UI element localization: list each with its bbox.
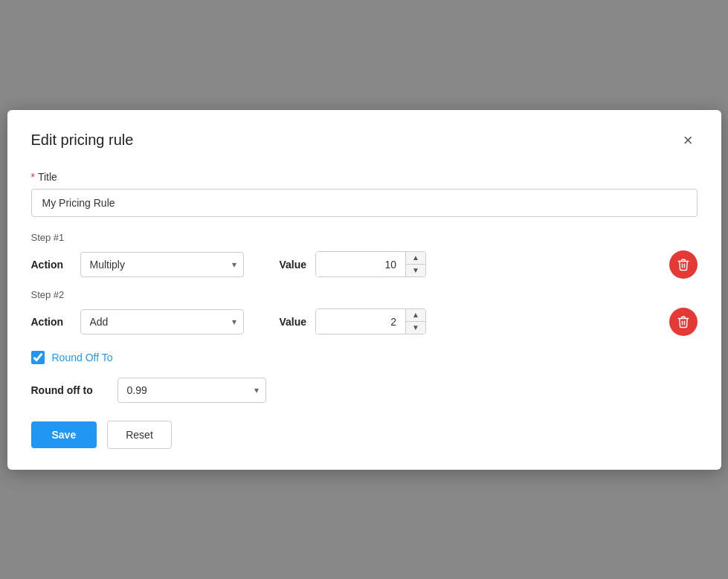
- round-off-checkbox-label[interactable]: Round Off To: [52, 352, 113, 363]
- step-1-action-label: Action: [31, 259, 71, 271]
- step-2-value-label: Value: [280, 316, 307, 328]
- step-1-increment-button[interactable]: ▲: [406, 252, 425, 265]
- round-off-row-label: Round off to: [31, 384, 106, 396]
- save-button[interactable]: Save: [31, 421, 97, 448]
- close-button[interactable]: ×: [679, 131, 698, 150]
- step-2-action-select-wrapper: Multiply Add Subtract Divide Fixed ▾: [80, 309, 244, 334]
- reset-button[interactable]: Reset: [107, 421, 172, 449]
- title-label: *Title: [31, 171, 698, 183]
- button-row: Save Reset: [31, 421, 698, 449]
- title-input[interactable]: [31, 189, 698, 217]
- step-2-action-label: Action: [31, 316, 71, 328]
- step-2-delete-button[interactable]: [669, 308, 698, 336]
- step-2-increment-button[interactable]: ▲: [406, 309, 425, 322]
- step-1-value-input-wrapper: ▲ ▼: [315, 251, 426, 277]
- step-1-value-group: Value ▲ ▼: [280, 251, 427, 277]
- step-1-action-select[interactable]: Multiply Add Subtract Divide Fixed: [80, 252, 244, 277]
- modal-overlay: Edit pricing rule × *Title Step #1 Actio…: [0, 0, 728, 579]
- modal-title: Edit pricing rule: [31, 132, 134, 149]
- round-off-checkbox-row: Round Off To: [31, 351, 698, 364]
- step-1-value-label: Value: [280, 259, 307, 271]
- round-off-select[interactable]: 0.99 0.95 0.90 1.00 0.50: [117, 378, 266, 403]
- step-1-decrement-button[interactable]: ▼: [406, 265, 425, 276]
- title-field-group: *Title: [31, 171, 698, 217]
- step-1-value-input[interactable]: [316, 252, 405, 276]
- modal-header: Edit pricing rule ×: [31, 131, 698, 150]
- step-2-row: Action Multiply Add Subtract Divide Fixe…: [31, 308, 698, 336]
- step-2-section: Step #2 Action Multiply Add Subtract Div…: [31, 289, 698, 336]
- step-2-spinner: ▲ ▼: [405, 309, 425, 334]
- round-off-select-wrapper: 0.99 0.95 0.90 1.00 0.50 ▾: [117, 378, 266, 403]
- step-1-row: Action Multiply Add Subtract Divide Fixe…: [31, 250, 698, 279]
- step-2-value-input-wrapper: ▲ ▼: [315, 308, 426, 334]
- step-1-action-select-wrapper: Multiply Add Subtract Divide Fixed ▾: [80, 252, 244, 277]
- step-2-action-group: Action Multiply Add Subtract Divide Fixe…: [31, 309, 244, 334]
- step-2-value-input[interactable]: [316, 309, 405, 334]
- step-1-section: Step #1 Action Multiply Add Subtract Div…: [31, 232, 698, 279]
- step-2-label: Step #2: [31, 289, 698, 300]
- step-1-label: Step #1: [31, 232, 698, 243]
- step-2-value-group: Value ▲ ▼: [280, 308, 427, 334]
- round-off-section: Round Off To Round off to 0.99 0.95 0.90…: [31, 351, 698, 403]
- step-2-delete-spacer: [651, 308, 698, 336]
- step-1-delete-spacer: [651, 250, 698, 279]
- edit-pricing-rule-modal: Edit pricing rule × *Title Step #1 Actio…: [7, 110, 721, 470]
- step-2-action-select[interactable]: Multiply Add Subtract Divide Fixed: [80, 309, 244, 334]
- step-1-spinner: ▲ ▼: [405, 252, 425, 276]
- required-star: *: [31, 171, 35, 183]
- round-off-value-row: Round off to 0.99 0.95 0.90 1.00 0.50 ▾: [31, 378, 698, 403]
- step-2-decrement-button[interactable]: ▼: [406, 322, 425, 334]
- round-off-checkbox[interactable]: [31, 351, 45, 364]
- trash-icon: [677, 258, 690, 271]
- step-1-action-group: Action Multiply Add Subtract Divide Fixe…: [31, 252, 244, 277]
- step-1-delete-button[interactable]: [669, 250, 698, 279]
- trash-icon-2: [677, 315, 690, 329]
